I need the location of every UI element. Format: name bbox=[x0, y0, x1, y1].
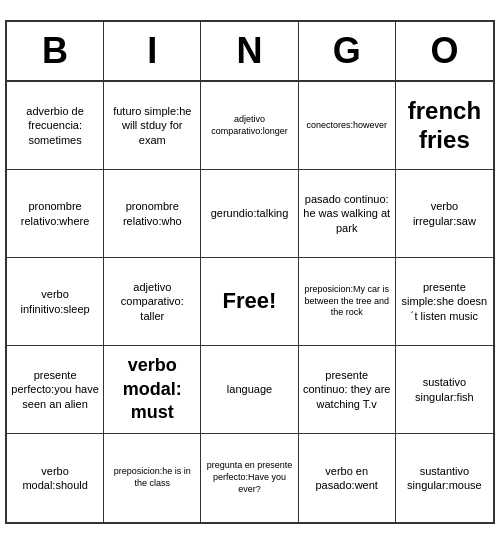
bingo-cell-10: verbo infinitivo:sleep bbox=[7, 258, 104, 346]
bingo-cell-4: french fries bbox=[396, 82, 493, 170]
bingo-cell-1: futuro simple:he will stduy for exam bbox=[104, 82, 201, 170]
bingo-cell-24: sustantivo singular:mouse bbox=[396, 434, 493, 522]
bingo-grid: adverbio de frecuencia: sometimesfuturo … bbox=[7, 82, 493, 522]
header-i: I bbox=[104, 22, 201, 80]
bingo-cell-9: verbo irregular:saw bbox=[396, 170, 493, 258]
bingo-cell-6: pronombre relativo:who bbox=[104, 170, 201, 258]
bingo-cell-17: language bbox=[201, 346, 298, 434]
bingo-cell-21: preposicion:he is in the class bbox=[104, 434, 201, 522]
bingo-header: B I N G O bbox=[7, 22, 493, 82]
bingo-card: B I N G O adverbio de frecuencia: someti… bbox=[5, 20, 495, 524]
header-b: B bbox=[7, 22, 104, 80]
bingo-cell-8: pasado continuo: he was walking at park bbox=[299, 170, 396, 258]
header-n: N bbox=[201, 22, 298, 80]
bingo-cell-16: verbo modal: must bbox=[104, 346, 201, 434]
bingo-cell-14: presente simple:she doesn´t listen music bbox=[396, 258, 493, 346]
bingo-cell-20: verbo modal:should bbox=[7, 434, 104, 522]
bingo-cell-3: conectores:however bbox=[299, 82, 396, 170]
header-g: G bbox=[299, 22, 396, 80]
bingo-cell-19: sustativo singular:fish bbox=[396, 346, 493, 434]
bingo-cell-13: preposicion:My car is between the tree a… bbox=[299, 258, 396, 346]
bingo-cell-5: pronombre relativo:where bbox=[7, 170, 104, 258]
bingo-cell-15: presente perfecto:you have seen an alien bbox=[7, 346, 104, 434]
bingo-cell-12: Free! bbox=[201, 258, 298, 346]
bingo-cell-7: gerundio:talking bbox=[201, 170, 298, 258]
bingo-cell-23: verbo en pasado:went bbox=[299, 434, 396, 522]
bingo-cell-2: adjetivo comparativo:longer bbox=[201, 82, 298, 170]
bingo-cell-0: adverbio de frecuencia: sometimes bbox=[7, 82, 104, 170]
bingo-cell-18: presente continuo: they are watching T.v bbox=[299, 346, 396, 434]
bingo-cell-22: pregunta en presente perfecto:Have you e… bbox=[201, 434, 298, 522]
bingo-cell-11: adjetivo comparativo: taller bbox=[104, 258, 201, 346]
header-o: O bbox=[396, 22, 493, 80]
